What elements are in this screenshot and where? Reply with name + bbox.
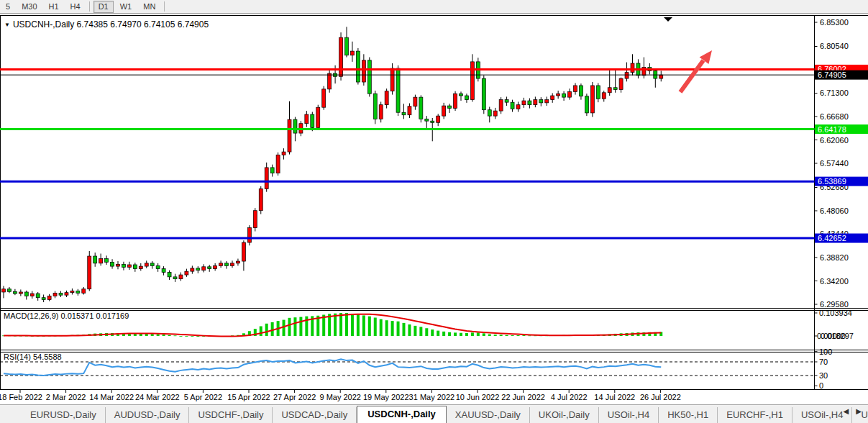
price-badge-label: 6.42652 xyxy=(818,234,846,242)
date-tick-label: 10 Jun 2022 xyxy=(456,393,500,401)
date-tick-label: 27 Apr 2022 xyxy=(273,393,316,401)
date-tick-label: 19 May 2022 xyxy=(363,393,409,401)
tab-usdcaddaily[interactable]: USDCAD-,Daily xyxy=(273,407,357,423)
chevron-down-icon[interactable]: ▼ xyxy=(4,22,10,28)
date-tick-label: 24 Mar 2022 xyxy=(135,393,180,401)
price-tick-label: 6.85300 xyxy=(820,18,849,27)
price-tick-label: 6.66680 xyxy=(820,112,849,121)
macd-indicator-label: MACD(12,26,9) 0.015371 0.017169 xyxy=(4,311,129,320)
tab-xauusddaily[interactable]: XAUUSD-,Daily xyxy=(447,407,530,423)
symbol-ohlc-text: USDCNH-,Daily 6.74385 6.74970 6.74105 6.… xyxy=(13,19,209,29)
rsi-indicator-label: RSI(14) 54.5588 xyxy=(4,352,62,361)
date-tick-label: 14 Jul 2022 xyxy=(594,393,635,401)
tab-scroll-left-icon[interactable]: ◀ xyxy=(840,407,853,415)
tab-scroll-right-icon[interactable]: ▶ xyxy=(852,407,865,415)
tab-usoilh4[interactable]: USOil-,H4 xyxy=(599,407,659,423)
date-tick-label: 4 Jul 2022 xyxy=(551,393,588,401)
tab-scroll-arrows: ◀▶ xyxy=(840,407,865,415)
rsi-tick-label: 70 xyxy=(819,358,828,366)
tab-hk50h1[interactable]: HK50-,H1 xyxy=(659,407,718,423)
mt4-chart-window: 5M30H1H4D1W1MN 6.853006.805406.713006.66… xyxy=(0,0,868,423)
candlesticks xyxy=(2,27,663,302)
rsi-tick-label: 0 xyxy=(819,381,823,390)
tab-audusddaily[interactable]: AUDUSD-,Daily xyxy=(106,407,190,423)
date-tick-label: 22 Jun 2022 xyxy=(501,393,545,401)
symbol-title: ▼USDCNH-,Daily 6.74385 6.74970 6.74105 6… xyxy=(4,19,209,29)
price-badge-label: 6.64178 xyxy=(818,125,846,134)
date-tick-label: 26 Jul 2022 xyxy=(640,393,681,401)
date-tick-label: 2 Mar 2022 xyxy=(46,393,86,401)
date-tick-label: 9 May 2022 xyxy=(319,393,360,401)
date-tick-label: 14 Mar 2022 xyxy=(89,393,134,401)
price-tick-label: 6.34200 xyxy=(820,277,849,286)
price-tick-label: 6.48060 xyxy=(820,206,849,215)
date-tick-label: 18 Feb 2022 xyxy=(0,393,42,401)
rsi-tick-label: 100 xyxy=(819,347,832,356)
date-tick-label: 5 Apr 2022 xyxy=(184,393,222,401)
tab-eurusddaily[interactable]: EURUSD-,Daily xyxy=(22,407,106,423)
trend-arrow-shaft[interactable] xyxy=(680,60,703,92)
tab-usdchfdaily[interactable]: USDCHF-,Daily xyxy=(189,407,273,423)
rsi-tick-label: 30 xyxy=(819,371,828,380)
tab-eurchfh1[interactable]: EURCHF-,H1 xyxy=(718,407,792,423)
date-tick-label: 15 Apr 2022 xyxy=(227,393,270,401)
macd-max-label: 0.103934 xyxy=(819,309,852,317)
price-badge-label: 6.53869 xyxy=(818,177,846,186)
price-tick-label: 6.29580 xyxy=(820,300,849,309)
price-tick-label: 6.71300 xyxy=(820,88,849,97)
tab-ukoildaily[interactable]: UKOil-,Daily xyxy=(530,407,599,423)
symbol-tabbar: EURUSD-,DailyAUDUSD-,DailyUSDCHF-,DailyU… xyxy=(0,404,868,423)
tab-usdcnhdaily[interactable]: USDCNH-,Daily xyxy=(357,406,447,423)
series-end-marker xyxy=(664,17,672,22)
chart-canvas[interactable]: 6.853006.805406.713006.666806.620606.574… xyxy=(0,0,868,404)
price-tick-label: 6.38820 xyxy=(820,253,849,262)
price-tick-label: 6.57440 xyxy=(820,159,849,168)
price-badge-label: 6.74905 xyxy=(818,70,846,79)
date-tick-label: 31 May 2022 xyxy=(409,393,455,401)
macd-current-label: 0.018297 xyxy=(821,332,854,340)
price-tick-label: 6.80540 xyxy=(820,42,849,50)
price-tick-label: 6.62060 xyxy=(820,136,849,145)
